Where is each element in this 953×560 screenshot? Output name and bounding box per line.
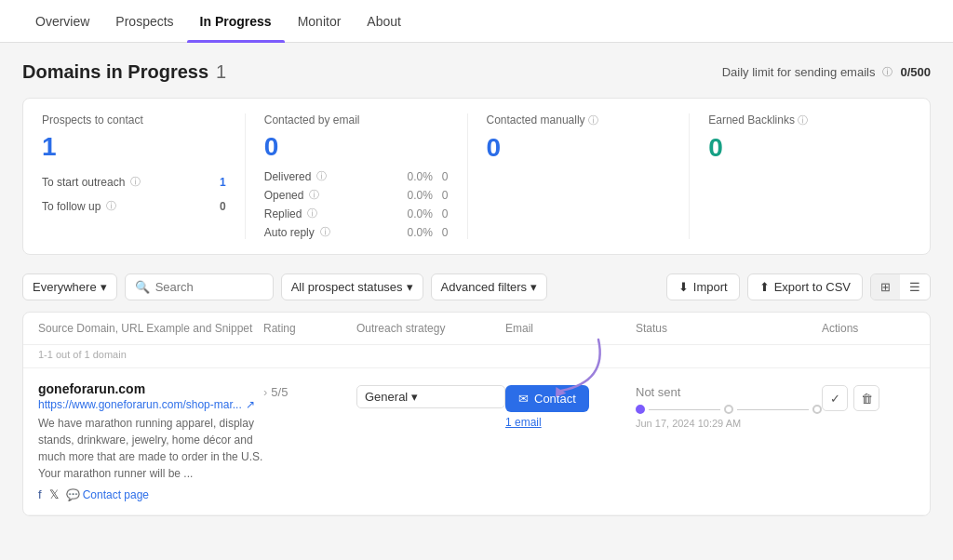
stat-email: Contacted by email 0 Delivered ⓘ 0.0% 0 … bbox=[246, 113, 468, 239]
page-header: Domains in Progress 1 Daily limit for se… bbox=[22, 61, 931, 83]
email-label: Contacted by email bbox=[264, 113, 449, 127]
email-cell: ✉ Contact 1 email bbox=[505, 381, 636, 429]
outreach-select[interactable]: General bbox=[356, 385, 505, 408]
twitter-icon[interactable]: 𝕏 bbox=[49, 487, 59, 501]
contact-page-link[interactable]: 💬 Contact page bbox=[66, 488, 149, 501]
grid-view-button[interactable]: ⊞ bbox=[871, 274, 900, 300]
prospects-value: 1 bbox=[42, 132, 226, 162]
import-button[interactable]: ⬇ Import bbox=[666, 273, 740, 300]
manual-value: 0 bbox=[487, 133, 671, 163]
table-header: Source Domain, URL Example and Snippet R… bbox=[23, 313, 930, 345]
manual-label: Contacted manually ⓘ bbox=[487, 113, 671, 127]
stat-manual: Contacted manually ⓘ 0 bbox=[468, 113, 691, 239]
followup-info-icon[interactable]: ⓘ bbox=[106, 199, 116, 213]
autoreply-info-icon[interactable]: ⓘ bbox=[320, 225, 330, 239]
nav-monitor[interactable]: Monitor bbox=[285, 0, 355, 43]
domain-name: goneforarun.com bbox=[38, 381, 263, 396]
replied-info-icon[interactable]: ⓘ bbox=[307, 207, 317, 220]
status-chevron-icon bbox=[407, 280, 413, 294]
status-label: Not sent bbox=[636, 385, 822, 399]
filter-row: Everywhere 🔍 All prospect statuses Advan… bbox=[22, 273, 931, 300]
external-link-icon: ↗ bbox=[246, 398, 255, 411]
results-table: Source Domain, URL Example and Snippet R… bbox=[22, 312, 931, 516]
outreach-info-icon[interactable]: ⓘ bbox=[130, 175, 141, 189]
rating-chevron-icon: › bbox=[263, 385, 267, 399]
page-title: Domains in Progress 1 bbox=[22, 61, 226, 83]
progress-dot-3 bbox=[812, 405, 822, 414]
opened-row: Opened ⓘ 0.0% 0 bbox=[264, 188, 449, 202]
autoreply-row: Auto reply ⓘ 0.0% 0 bbox=[264, 225, 449, 239]
export-button[interactable]: ⬆ Export to CSV bbox=[747, 273, 863, 300]
progress-line-2 bbox=[737, 409, 809, 410]
domain-description: We have marathon running apparel, displa… bbox=[38, 415, 263, 482]
nav-bar: Overview Prospects In Progress Monitor A… bbox=[0, 0, 953, 43]
followup-row: To follow up ⓘ 0 bbox=[42, 199, 226, 213]
list-view-button[interactable]: ☰ bbox=[900, 274, 930, 300]
col-actions: Actions bbox=[822, 322, 915, 335]
delivered-info-icon[interactable]: ⓘ bbox=[316, 169, 327, 183]
import-icon: ⬇ bbox=[678, 280, 689, 294]
progress-dot-2 bbox=[724, 405, 733, 414]
delete-action-button[interactable]: 🗑 bbox=[853, 385, 879, 411]
email-value: 0 bbox=[264, 132, 449, 162]
nav-about[interactable]: About bbox=[354, 0, 414, 43]
export-icon: ⬆ bbox=[759, 280, 770, 294]
delivered-row: Delivered ⓘ 0.0% 0 bbox=[264, 169, 449, 183]
progress-indicator bbox=[636, 405, 822, 414]
backlinks-label: Earned Backlinks ⓘ bbox=[708, 113, 893, 127]
status-filter[interactable]: All prospect statuses bbox=[281, 273, 423, 300]
backlinks-value: 0 bbox=[708, 133, 893, 163]
outreach-chevron-icon bbox=[411, 390, 418, 404]
search-box[interactable]: 🔍 bbox=[125, 273, 274, 300]
table-row: goneforarun.com https://www.goneforarun.… bbox=[23, 368, 930, 515]
location-chevron-icon bbox=[101, 280, 107, 294]
domain-info-cell: goneforarun.com https://www.goneforarun.… bbox=[38, 381, 263, 501]
opened-info-icon[interactable]: ⓘ bbox=[309, 188, 319, 202]
stat-backlinks: Earned Backlinks ⓘ 0 bbox=[690, 113, 911, 239]
rating-value: 5/5 bbox=[271, 385, 288, 399]
check-action-button[interactable]: ✓ bbox=[822, 385, 848, 411]
progress-dot-1 bbox=[636, 405, 645, 414]
outreach-cell: General bbox=[356, 381, 505, 408]
backlinks-info-icon[interactable]: ⓘ bbox=[798, 114, 808, 126]
location-filter[interactable]: Everywhere bbox=[22, 273, 117, 300]
facebook-icon[interactable]: f bbox=[38, 487, 42, 501]
nav-prospects[interactable]: Prospects bbox=[102, 0, 186, 43]
domain-count: 1 bbox=[216, 61, 226, 83]
col-rating: Rating bbox=[263, 322, 356, 335]
stats-card: Prospects to contact 1 To start outreach… bbox=[22, 98, 931, 255]
daily-limit-value: 0/500 bbox=[900, 65, 931, 79]
daily-limit-info-icon[interactable]: ⓘ bbox=[882, 65, 893, 79]
domain-url: https://www.goneforarun.com/shop-mar... … bbox=[38, 398, 263, 411]
nav-in-progress[interactable]: In Progress bbox=[187, 0, 285, 43]
search-icon: 🔍 bbox=[135, 280, 150, 294]
manual-info-icon[interactable]: ⓘ bbox=[588, 114, 598, 126]
col-email: Email bbox=[505, 322, 636, 335]
col-domain: Source Domain, URL Example and Snippet bbox=[38, 322, 263, 335]
status-date: Jun 17, 2024 10:29 AM bbox=[636, 418, 822, 429]
chat-icon: 💬 bbox=[66, 488, 80, 501]
advanced-filters[interactable]: Advanced filters bbox=[431, 273, 548, 300]
envelope-icon: ✉ bbox=[518, 392, 529, 406]
search-input[interactable] bbox=[155, 280, 263, 294]
nav-overview[interactable]: Overview bbox=[22, 0, 102, 43]
col-status: Status bbox=[636, 322, 822, 335]
advanced-chevron-icon bbox=[530, 280, 537, 294]
status-cell: Not sent Jun 17, 2024 10:29 AM bbox=[636, 381, 822, 429]
replied-row: Replied ⓘ 0.0% 0 bbox=[264, 207, 449, 220]
outreach-row: To start outreach ⓘ 1 bbox=[42, 175, 226, 189]
contact-button[interactable]: ✉ Contact bbox=[505, 385, 589, 412]
stat-prospects: Prospects to contact 1 To start outreach… bbox=[42, 113, 246, 239]
actions-cell: ✓ 🗑 bbox=[822, 381, 915, 411]
prospects-label: Prospects to contact bbox=[42, 113, 226, 127]
table-subheader: 1-1 out of 1 domain bbox=[23, 345, 930, 368]
email-count[interactable]: 1 email bbox=[505, 416, 636, 429]
view-toggle: ⊞ ☰ bbox=[870, 273, 931, 300]
col-outreach: Outreach strategy bbox=[356, 322, 505, 335]
rating-cell: › 5/5 bbox=[263, 381, 356, 399]
progress-line-1 bbox=[649, 409, 720, 410]
daily-limit: Daily limit for sending emails ⓘ 0/500 bbox=[722, 65, 931, 79]
social-links: f 𝕏 💬 Contact page bbox=[38, 487, 263, 501]
